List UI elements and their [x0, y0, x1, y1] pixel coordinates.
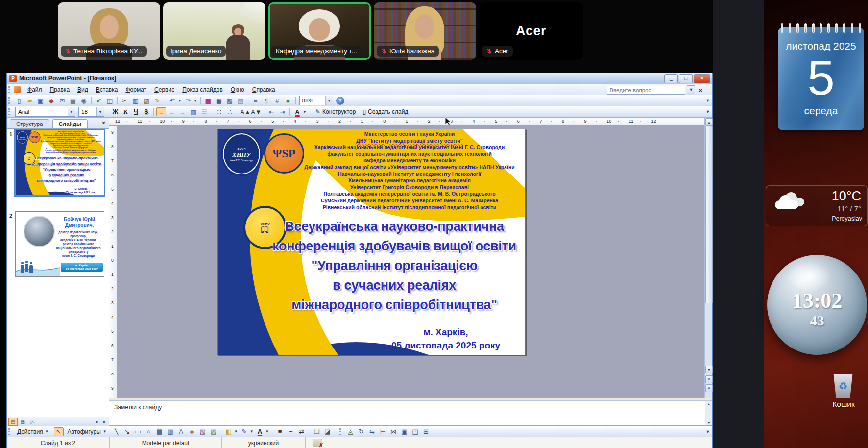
slide-design-button[interactable]: ✎ Конструктор — [312, 108, 359, 115]
3d-style-icon[interactable]: ◪ — [322, 427, 332, 436]
minimize-button[interactable]: _ — [664, 74, 678, 83]
toolbar-grip[interactable] — [8, 108, 11, 115]
slide-thumbnail-2[interactable]: Бойчук ЮрійДмитрович, доктор педагогічни… — [15, 211, 104, 277]
arrow-icon[interactable]: ↘ — [122, 427, 132, 436]
calendar-widget[interactable]: листопад 2025 5 середа — [778, 27, 864, 130]
color-schemes-icon[interactable]: ■ — [283, 96, 293, 105]
menubar-close-icon[interactable]: × — [697, 87, 704, 94]
columns-icon[interactable]: ▥ — [189, 107, 198, 116]
font-size-combo[interactable]: 18 ▼ — [78, 107, 104, 117]
menu-5[interactable]: Формат — [121, 85, 150, 95]
line-color-icon[interactable]: ✎ — [240, 427, 249, 436]
spelling-icon[interactable]: ✔ — [94, 96, 104, 105]
toolbar-grip[interactable] — [8, 86, 11, 93]
scroll-down-icon[interactable]: ▼ — [705, 366, 713, 373]
restore-button[interactable]: □ — [679, 74, 693, 83]
insert-table-icon[interactable]: ▦ — [214, 96, 224, 105]
fill-color-icon-dropdown[interactable]: ▼ — [234, 429, 238, 434]
line-style-icon[interactable]: ≡ — [275, 427, 285, 436]
slide-canvas[interactable]: 1804 ХНПУ імені Г.С. Сковороди ΨSP ХНПУ … — [16, 130, 104, 195]
slide-editing-pane[interactable]: 1804 ХНПУ імені Г.С. Сковороди ΨSP ХНПУ … — [117, 126, 704, 398]
save-icon[interactable]: ▣ — [36, 96, 46, 105]
line-icon[interactable]: ╲ — [112, 427, 121, 436]
tab-outline[interactable]: Структура — [10, 119, 49, 128]
rectangle-icon[interactable]: ▭ — [133, 427, 143, 436]
fill-color-icon[interactable]: ◧ — [224, 427, 234, 436]
help-icon[interactable]: ? — [336, 97, 344, 105]
font-color-icon-dropdown[interactable]: ▼ — [265, 429, 269, 434]
menu-6[interactable]: Сервис — [150, 85, 178, 95]
draw-actions-button[interactable]: Действия▼ — [14, 428, 53, 435]
undo-icon[interactable]: ↶ — [168, 96, 177, 105]
notes-scrollbar[interactable]: ▲▼ — [705, 401, 712, 425]
permission-icon[interactable]: ◆ — [47, 96, 56, 105]
horizontal-ruler[interactable]: 12·11·10·9·8·7·6·5·4·3·2·1·0·1·2·3·4·5·6… — [109, 118, 704, 126]
arrow-style-icon[interactable]: ⇄ — [296, 427, 306, 436]
shadow-button[interactable]: S — [142, 107, 151, 116]
print-preview-icon[interactable]: ◉ — [79, 96, 89, 105]
normal-view-button[interactable]: ▤ — [8, 418, 18, 426]
undo-icon-dropdown[interactable]: ▼ — [178, 99, 182, 103]
participant-tile[interactable]: Юлія Калюжна — [374, 2, 476, 60]
show-formatting-icon[interactable]: ¶ — [262, 96, 271, 105]
grid-guides-icon[interactable]: ⊞ — [421, 427, 431, 436]
toolbar-grip[interactable] — [339, 428, 342, 435]
insert-picture-icon[interactable]: ▧ — [236, 96, 245, 105]
previous-slide-button[interactable]: ⇈ — [705, 375, 713, 383]
new-icon[interactable]: ▯ — [14, 96, 24, 105]
underline-button[interactable]: Ч — [131, 107, 141, 116]
email-icon[interactable]: ✉ — [57, 96, 67, 105]
font-name-combo[interactable]: Arial ▼ — [15, 107, 75, 117]
clock-widget[interactable]: 13:02 43 — [767, 255, 867, 355]
recycle-bin-icon[interactable]: ♻ — [833, 374, 853, 398]
diagram-icon[interactable]: ◈ — [187, 427, 197, 436]
font-color-icon[interactable]: A — [255, 427, 265, 436]
line-spacing-icon[interactable]: ☰ — [199, 107, 209, 116]
toolbar-options-icon[interactable]: ▼ — [705, 109, 711, 114]
participant-tile-active-speaker[interactable]: Кафедра менеджменту т... — [268, 2, 371, 60]
numbered-list-icon[interactable]: ∷ — [215, 107, 224, 116]
recycle-bin-label[interactable]: Кошик — [821, 400, 866, 409]
picture-icon[interactable]: ▨ — [209, 427, 218, 436]
panel-scroll-left-icon[interactable]: ◄ — [92, 419, 100, 424]
zoom-dropdown-icon[interactable]: ▼ — [325, 96, 333, 105]
clip-art-icon[interactable]: ▧ — [198, 427, 208, 436]
menu-2[interactable]: Правка — [46, 85, 74, 95]
vertical-text-icon[interactable]: ▥ — [166, 427, 175, 436]
table-borders-icon[interactable]: ▩ — [225, 96, 235, 105]
menu-8[interactable]: Окно — [227, 85, 248, 95]
insert-chart-icon[interactable]: ▆ — [203, 96, 213, 105]
line-color-icon-dropdown[interactable]: ▼ — [250, 429, 254, 434]
slideshow-view-button[interactable]: ▷ — [28, 418, 37, 426]
align-shapes-icon[interactable]: ⊢ — [378, 427, 387, 436]
decrease-indent-icon[interactable]: ⇤ — [266, 107, 276, 116]
slide-thumbnail-1[interactable]: 1804 ХНПУ імені Г.С. Сковороди ΨSP ХНПУ … — [15, 130, 104, 196]
text-box-icon[interactable]: ▤ — [155, 427, 165, 436]
copy-icon[interactable]: ▥ — [131, 96, 141, 105]
panel-scroll-right-icon[interactable]: ► — [100, 419, 109, 424]
font-name-dropdown-icon[interactable]: ▼ — [68, 107, 75, 116]
autoshapes-button[interactable]: Автофигуры▼ — [64, 428, 111, 435]
group-icon[interactable]: ▣ — [399, 427, 409, 436]
toolbar-options-icon[interactable]: ▼ — [705, 98, 711, 103]
font-size-dropdown-icon[interactable]: ▼ — [96, 107, 104, 116]
question-dropdown-icon[interactable]: ▼ — [687, 85, 695, 95]
dash-style-icon[interactable]: ┅ — [286, 427, 295, 436]
flip-icon[interactable]: ⇋ — [367, 427, 377, 436]
toolbar-grip[interactable] — [8, 428, 11, 435]
align-center-icon[interactable]: ≡ — [167, 107, 177, 116]
redo-icon[interactable]: ↷ — [183, 96, 193, 105]
slide-canvas[interactable]: 1804 ХНПУ імені Г.С. Сковороди ΨSP ХНПУ … — [217, 129, 526, 355]
cut-icon[interactable]: ✂ — [120, 96, 130, 105]
font-color-icon[interactable]: A — [292, 107, 302, 116]
grid-icon[interactable]: # — [272, 96, 282, 105]
open-icon[interactable]: ▰ — [25, 96, 35, 105]
oval-icon[interactable]: ○ — [144, 427, 154, 436]
expand-all-icon[interactable]: ≡ — [251, 96, 261, 105]
format-painter-icon[interactable]: ✎ — [152, 96, 162, 105]
print-icon[interactable]: ▤ — [68, 96, 78, 105]
menu-4[interactable]: Вставка — [92, 85, 122, 95]
redo-icon-dropdown[interactable]: ▼ — [193, 99, 197, 103]
increase-indent-icon[interactable]: ⇥ — [277, 107, 287, 116]
toolbar-grip[interactable] — [8, 97, 11, 104]
